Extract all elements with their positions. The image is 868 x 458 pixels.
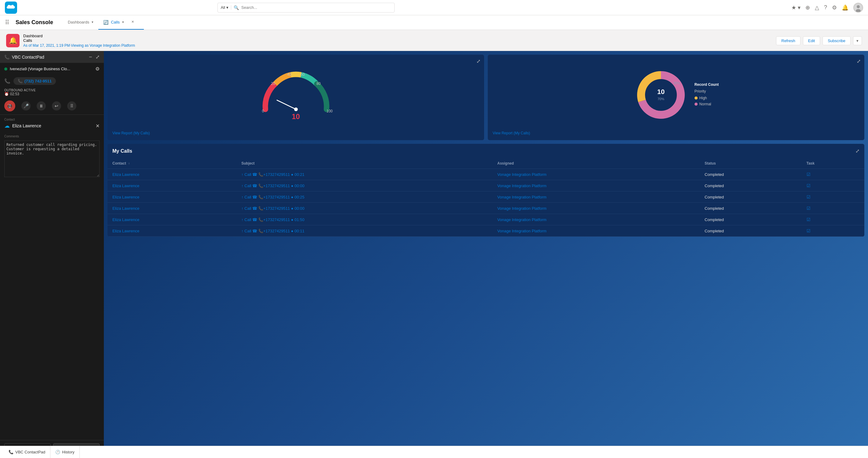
legend-label-high: High: [700, 96, 707, 100]
cell-status-1: Completed: [700, 180, 801, 191]
col-contact: Contact ↑: [107, 158, 237, 169]
dialpad-button[interactable]: ⠿: [67, 101, 76, 110]
search-type-select[interactable]: All ▾: [221, 5, 231, 10]
cell-contact-4[interactable]: Eliza Lawrence: [107, 214, 237, 225]
app-grid-icon[interactable]: ⠿: [5, 19, 9, 26]
svg-point-10: [294, 107, 298, 111]
sort-icon-contact[interactable]: ↑: [128, 162, 130, 165]
contact-close-icon[interactable]: ✕: [96, 123, 99, 129]
timer-value: 02:53: [10, 92, 19, 96]
dashboard-subtitle-text: Dashboard: [23, 34, 135, 38]
tab-bar: Dashboards ▾ 🔄 Calls ▾ ✕: [63, 15, 144, 30]
gauge-chart-card: ⤢ 0: [107, 55, 484, 140]
tab-calls-close[interactable]: ✕: [126, 20, 139, 25]
subscribe-button[interactable]: Subscribe: [823, 36, 850, 45]
minimize-icon[interactable]: –: [89, 54, 92, 60]
table-expand-icon[interactable]: ⤢: [856, 148, 860, 154]
svg-text:20: 20: [271, 81, 275, 86]
col-task: Task: [802, 158, 865, 169]
settings-icon[interactable]: ⚙: [832, 4, 837, 11]
bottom-tab-contactpad[interactable]: 📞 VBC ContactPad: [4, 446, 51, 458]
gauge-expand-icon[interactable]: ⤢: [476, 58, 480, 64]
search-dropdown-icon: ▾: [226, 5, 228, 10]
contactpad-header: 📞 VBC ContactPad – ⤢: [0, 51, 104, 63]
bell-icon[interactable]: 🔔: [842, 4, 848, 11]
svg-point-1: [857, 5, 860, 8]
edit-button[interactable]: Edit: [803, 36, 820, 45]
cell-contact-3[interactable]: Eliza Lawrence: [107, 203, 237, 214]
cell-task-0[interactable]: ☑: [802, 169, 865, 180]
search-bar[interactable]: All ▾ 🔍: [217, 3, 395, 12]
salesforce-logo[interactable]: [5, 2, 17, 14]
cell-contact-1[interactable]: Eliza Lawrence: [107, 180, 237, 191]
donut-expand-icon[interactable]: ⤢: [857, 58, 861, 64]
cell-contact-0[interactable]: Eliza Lawrence: [107, 169, 237, 180]
contactpad-header-icons: – ⤢: [89, 54, 99, 60]
tab-dashboards[interactable]: Dashboards ▾: [63, 15, 98, 30]
table-row: Eliza Lawrence ↑ Call ☎ 📞+17327429511 ● …: [107, 169, 864, 180]
comments-section: Comments: [0, 132, 104, 440]
call-status-row: OUTBOUND ACTIVE ⏰ 02:53: [0, 87, 104, 99]
table-row: Eliza Lawrence ↑ Call ☎ 📞+17327429511 ● …: [107, 214, 864, 225]
cell-subject-4[interactable]: ↑ Call ☎ 📞+17327429511 ● 01:50: [237, 214, 492, 225]
cell-assigned-0[interactable]: Vonage Integration Platform: [492, 169, 700, 180]
cell-assigned-3[interactable]: Vonage Integration Platform: [492, 203, 700, 214]
search-input[interactable]: [241, 5, 391, 10]
cell-contact-5[interactable]: Eliza Lawrence: [107, 225, 237, 237]
tab-dashboards-chevron[interactable]: ▾: [92, 20, 93, 24]
actions-dropdown[interactable]: ▾: [853, 36, 862, 45]
contact-name-row: ☁ Eliza Lawrence ✕: [4, 123, 99, 129]
transfer-button[interactable]: ↩: [52, 101, 61, 110]
bottom-tab-history[interactable]: 🕐 History: [51, 446, 80, 458]
favorites-icon[interactable]: ★ ▾: [791, 4, 801, 11]
legend-title: Record Count: [694, 83, 719, 87]
cell-task-3[interactable]: ☑: [802, 203, 865, 214]
cell-subject-1[interactable]: ↑ Call ☎ 📞+17327429511 ● 00:00: [237, 180, 492, 191]
end-call-button[interactable]: 📵: [4, 100, 15, 111]
calls-table: Contact ↑ Subject Assigned Status Task E…: [107, 158, 864, 237]
caller-phone-badge[interactable]: 📞 (732) 742-9511: [13, 77, 56, 85]
svg-line-9: [277, 100, 296, 109]
cell-status-2: Completed: [700, 191, 801, 203]
refresh-button[interactable]: Refresh: [776, 36, 801, 45]
tab-calls-label: Calls: [111, 20, 120, 25]
table-row: Eliza Lawrence ↑ Call ☎ 📞+17327429511 ● …: [107, 180, 864, 191]
cell-assigned-5[interactable]: Vonage Integration Platform: [492, 225, 700, 237]
comments-textarea[interactable]: [4, 140, 99, 177]
legend-item-normal: Normal: [694, 102, 719, 106]
cell-task-4[interactable]: ☑: [802, 214, 865, 225]
gauge-view-report[interactable]: View Report (My Calls): [113, 131, 479, 135]
cell-assigned-1[interactable]: Vonage Integration Platform: [492, 180, 700, 191]
cell-subject-3[interactable]: ↑ Call ☎ 📞+17327429511 ● 00:00: [237, 203, 492, 214]
cell-contact-2[interactable]: Eliza Lawrence: [107, 191, 237, 203]
tab-calls-chevron[interactable]: ▾: [122, 20, 124, 24]
calls-table-card: My Calls ⤢ Contact ↑ Subject Assigned St…: [107, 144, 864, 237]
bottom-contactpad-label: VBC ContactPad: [15, 450, 45, 454]
svg-text:40: 40: [287, 72, 291, 77]
cell-task-2[interactable]: ☑: [802, 191, 865, 203]
cell-task-1[interactable]: ☑: [802, 180, 865, 191]
cell-assigned-2[interactable]: Vonage Integration Platform: [492, 191, 700, 203]
cell-assigned-4[interactable]: Vonage Integration Platform: [492, 214, 700, 225]
dashboard-viewing-as: As of Mar 17, 2021, 1:19 PM·Viewing as V…: [23, 43, 135, 47]
svg-text:0: 0: [262, 109, 264, 113]
caller-gear-icon[interactable]: ⚙: [95, 66, 99, 72]
bottom-phone-icon: 📞: [8, 450, 13, 454]
dashboard-title-area: 🔔 Dashboard Calls As of Mar 17, 2021, 1:…: [6, 34, 135, 47]
clock-icon: ⏰: [4, 92, 9, 96]
user-avatar[interactable]: [853, 3, 863, 12]
add-icon[interactable]: ⊕: [805, 4, 810, 11]
hold-button[interactable]: ⏸: [37, 101, 46, 110]
cell-task-5[interactable]: ☑: [802, 225, 865, 237]
donut-view-report[interactable]: View Report (My Calls): [493, 131, 860, 135]
cell-subject-0[interactable]: ↑ Call ☎ 📞+17327429511 ● 00:21: [237, 169, 492, 180]
help-icon[interactable]: ?: [824, 4, 827, 11]
cell-subject-5[interactable]: ↑ Call ☎ 📞+17327429511 ● 00:11: [237, 225, 492, 237]
expand-icon[interactable]: ⤢: [96, 54, 99, 60]
tab-calls[interactable]: 🔄 Calls ▾ ✕: [98, 15, 144, 30]
svg-text:60: 60: [301, 72, 305, 77]
cell-subject-2[interactable]: ↑ Call ☎ 📞+17327429511 ● 00:25: [237, 191, 492, 203]
bottom-history-icon: 🕐: [55, 450, 60, 454]
mute-button[interactable]: 🎤: [21, 101, 31, 110]
notifications-icon[interactable]: △: [815, 4, 819, 11]
